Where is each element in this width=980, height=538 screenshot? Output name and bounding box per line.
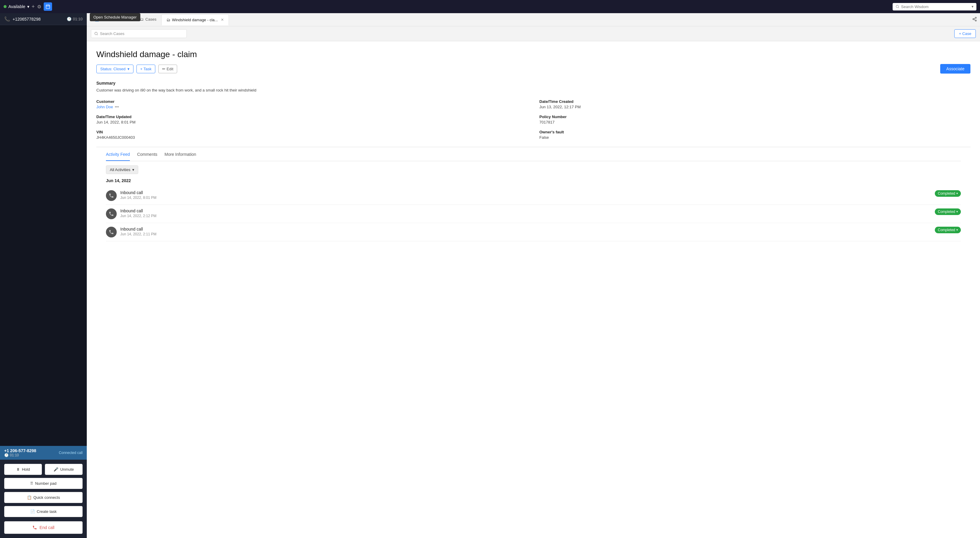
left-panel: 📞 +12065778298 🕐 01:10 +1 206-577-8298 🕐… [0,13,87,538]
badge-chevron-icon-3: ▾ [956,228,958,232]
svg-point-11 [95,32,97,35]
activity-info-1: Inbound call Jun 14, 2022, 8:01 PM [120,190,931,200]
status-button[interactable]: Available ▾ [3,4,29,9]
windshield-icon: 🗂 [166,17,170,22]
activity-item-2: Inbound call Jun 14, 2022, 2:12 PM Compl… [106,205,961,223]
svg-point-6 [975,17,977,18]
activity-avatar-3 [106,227,117,238]
svg-line-9 [974,19,975,20]
top-bar: Available ▾ + ⚙ Open Schedule Manager ▾ [0,0,980,13]
connected-call-label: Connected call [59,451,83,455]
vin-field: VIN JH4KA4650JC000403 [96,130,528,140]
add-case-button[interactable]: + Case [954,29,976,38]
completed-badge-3[interactable]: Completed ▾ [935,227,961,233]
svg-point-4 [896,5,899,8]
activity-section: Activity Feed Comments More Information … [96,147,970,241]
phone-number-top: +12065778298 [13,17,41,22]
date-updated-value: Jun 14, 2022, 8:01 PM [96,120,528,124]
policy-number-field: Policy Number 7017817 [539,114,971,124]
policy-number-value: 7017817 [539,120,971,124]
numpad-icon: ⠿ [30,481,33,486]
activity-info-3: Inbound call Jun 14, 2022, 2:11 PM [120,227,931,236]
customer-link[interactable]: John Doe [96,105,113,109]
add-task-button[interactable]: + Task [137,65,156,73]
end-call-icon [32,525,37,530]
search-wisdom[interactable]: ▾ [892,3,977,11]
customer-field: Customer John Doe ••• [96,99,528,109]
edit-button[interactable]: ✏ Edit [158,65,177,73]
call-controls: ⏸ Hold 🎤 Unmute ⠿ Number pad 📋 Quick con… [0,460,87,521]
cases-icon: 🗂 [140,17,144,22]
activity-date-group: Jun 14, 2022 [106,178,961,183]
svg-rect-0 [46,5,50,9]
activity-item: Inbound call Jun 14, 2022, 8:01 PM Compl… [106,187,961,205]
call-info-top: 📞 +12065778298 🕐 01:10 [0,13,87,25]
hold-button[interactable]: ⏸ Hold [4,464,42,475]
search-cases-icon [94,32,98,36]
activity-title-2: Inbound call [120,208,931,213]
create-task-button[interactable]: 📄 Create task [4,506,83,517]
activity-filter-button[interactable]: All Activities ▾ [106,165,138,174]
activity-avatar-2 [106,208,117,219]
activity-item-3: Inbound call Jun 14, 2022, 2:11 PM Compl… [106,223,961,241]
activity-title-1: Inbound call [120,190,931,195]
phone-icon: 📞 [4,16,10,22]
owners-fault-field: Owner's fault False [539,130,971,140]
clock-icon-active: 🕐 [4,453,9,457]
chevron-down-icon: ▾ [27,4,29,9]
search-wisdom-input[interactable] [901,5,970,9]
vin-value: JH4KA4650JC000403 [96,135,528,140]
timer-active: 01:10 [10,453,19,457]
search-cases[interactable]: Search Cases [91,29,187,38]
search-icon [896,5,899,9]
filter-chevron-icon: ▾ [132,167,134,172]
mic-icon: 🎤 [54,467,58,471]
tabs-bar: 👤 Customer Profile 🗂 Cases 🗂 Windshield … [87,13,980,26]
filter-label: All Activities [110,167,130,172]
search-wisdom-chevron: ▾ [972,5,974,9]
case-actions: Status: Closed ▾ + Task ✏ Edit Associate [96,64,970,73]
tab-comments[interactable]: Comments [137,148,158,161]
schedule-manager-icon[interactable] [44,2,52,11]
search-cases-placeholder: Search Cases [100,32,124,36]
date-created-value: Jun 13, 2022, 12:17 PM [539,105,971,109]
end-call-button[interactable]: End call [4,521,83,534]
svg-line-12 [97,34,97,35]
completed-badge-2[interactable]: Completed ▾ [935,208,961,215]
status-label: Available [8,4,25,9]
number-pad-button[interactable]: ⠿ Number pad [4,478,83,489]
quick-connects-button[interactable]: 📋 Quick connects [4,492,83,503]
tab-windshield[interactable]: 🗂 Windshield damage - cla... ✕ [161,14,229,25]
associate-button[interactable]: Associate [940,64,970,73]
status-dot [3,5,6,8]
case-summary: Summary Customer was driving on i90 on t… [96,81,970,93]
call-active-bar: +1 206-577-8298 🕐 01:10 Connected call [0,446,87,460]
right-content: 👤 Customer Profile 🗂 Cases 🗂 Windshield … [87,13,980,538]
activity-title-3: Inbound call [120,227,931,232]
customer-more-icon[interactable]: ••• [115,105,119,109]
completed-badge-1[interactable]: Completed ▾ [935,190,961,197]
share-icon[interactable] [972,17,977,23]
activity-tabs: Activity Feed Comments More Information [106,147,961,161]
quick-connects-icon: 📋 [27,495,32,500]
tab-more-information[interactable]: More Information [165,148,196,161]
date-updated-field: Date/Time Updated Jun 14, 2022, 8:01 PM [96,114,528,124]
tab-windshield-label: Windshield damage - cla... [172,17,218,22]
activity-time-3: Jun 14, 2022, 2:11 PM [120,232,931,236]
settings-icon[interactable]: ⚙ [37,4,41,10]
case-content: Windshield damage - claim Status: Closed… [87,41,980,538]
pause-icon: ⏸ [16,467,20,471]
schedule-tooltip: Open Schedule Manager [90,13,140,21]
add-icon[interactable]: + [32,3,35,10]
tab-activity-feed[interactable]: Activity Feed [106,148,130,161]
date-created-field: Date/Time Created Jun 13, 2022, 12:17 PM [539,99,971,109]
activity-time-1: Jun 14, 2022, 8:01 PM [120,195,931,200]
svg-line-5 [898,7,899,8]
badge-chevron-icon: ▾ [956,192,958,195]
unmute-button[interactable]: 🎤 Unmute [45,464,83,475]
activity-time-2: Jun 14, 2022, 2:12 PM [120,214,931,218]
owners-fault-value: False [539,135,971,140]
tab-close-icon[interactable]: ✕ [221,17,224,22]
case-fields: Customer John Doe ••• Date/Time Created … [96,99,970,140]
status-closed-button[interactable]: Status: Closed ▾ [96,65,134,73]
